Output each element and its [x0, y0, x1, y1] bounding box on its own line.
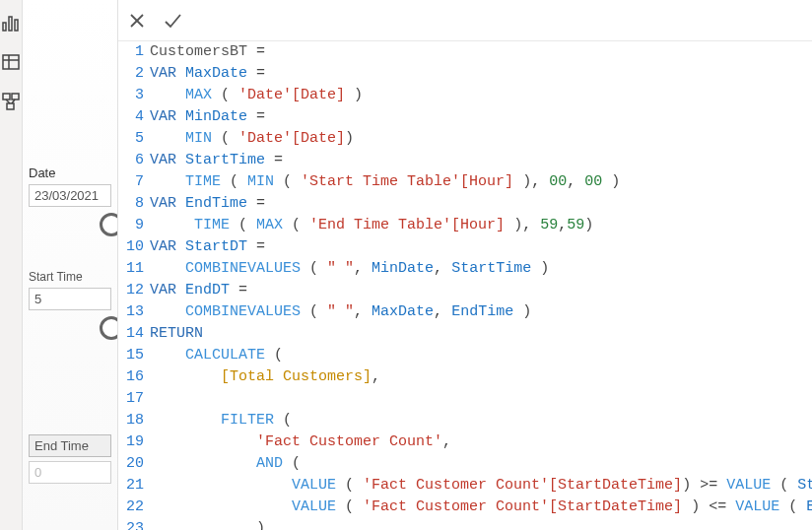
code-line[interactable]: VALUE ( 'Fact Customer Count'[StartDateT… [150, 475, 812, 497]
line-number: 4 [118, 106, 144, 128]
end-time-input[interactable]: 0 [29, 461, 111, 484]
start-time-label: Start Time [29, 270, 111, 284]
line-number: 12 [118, 280, 144, 301]
slicer-panel: Date 23/03/2021 Start Time 5 End Time 0 [23, 0, 117, 530]
code-line[interactable] [150, 388, 812, 410]
data-view-icon[interactable] [0, 51, 22, 73]
commit-icon[interactable] [160, 8, 185, 33]
code-line[interactable]: VAR StartTime = [150, 150, 812, 171]
code-line[interactable]: COMBINEVALUES ( " ", MinDate, StartTime … [150, 258, 812, 280]
dax-editor[interactable]: 123456789101112131415161718192021222324 … [118, 41, 812, 530]
code-line[interactable]: VAR MaxDate = [150, 63, 812, 85]
cancel-icon[interactable] [124, 8, 150, 33]
code-line[interactable]: FILTER ( [150, 410, 812, 431]
line-number: 6 [118, 150, 144, 171]
line-gutter: 123456789101112131415161718192021222324 [118, 41, 150, 530]
line-number: 16 [118, 366, 144, 388]
date-slider[interactable] [29, 213, 111, 242]
line-number: 5 [118, 128, 144, 150]
line-number: 13 [118, 301, 144, 323]
line-number: 7 [118, 171, 144, 193]
line-number: 9 [118, 215, 144, 236]
svg-rect-1 [9, 17, 12, 31]
line-number: 22 [118, 497, 144, 518]
code-line[interactable]: COMBINEVALUES ( " ", MaxDate, EndTime ) [150, 301, 812, 323]
line-number: 18 [118, 410, 144, 431]
code-line[interactable]: TIME ( MAX ( 'End Time Table'[Hour] ), 5… [150, 215, 812, 236]
line-number: 20 [118, 453, 144, 475]
code-line[interactable]: CustomersBT = [150, 41, 812, 63]
line-number: 17 [118, 388, 144, 410]
svg-rect-0 [3, 23, 6, 31]
formula-bar: 123456789101112131415161718192021222324 … [117, 0, 812, 530]
code-line[interactable]: VAR StartDT = [150, 236, 812, 258]
svg-rect-8 [7, 103, 14, 109]
code-line[interactable]: VAR EndTime = [150, 193, 812, 215]
model-view-icon[interactable] [0, 91, 22, 112]
line-number: 19 [118, 431, 144, 453]
date-label: Date [29, 166, 111, 180]
code-line[interactable]: [Total Customers], [150, 366, 812, 388]
line-number: 23 [118, 518, 144, 530]
start-time-slider[interactable] [29, 316, 111, 346]
code-body[interactable]: CustomersBT =VAR MaxDate = MAX ( 'Date'[… [150, 41, 812, 530]
line-number: 3 [118, 85, 144, 106]
end-time-label: End Time [29, 434, 111, 457]
code-line[interactable]: VAR MinDate = [150, 106, 812, 128]
code-line[interactable]: MIN ( 'Date'[Date]) [150, 128, 812, 150]
svg-rect-6 [3, 94, 10, 99]
line-number: 15 [118, 345, 144, 366]
svg-rect-3 [3, 55, 19, 69]
code-line[interactable]: CALCULATE ( [150, 345, 812, 366]
line-number: 1 [118, 41, 144, 63]
code-line[interactable]: TIME ( MIN ( 'Start Time Table'[Hour] ),… [150, 171, 812, 193]
code-line[interactable]: VAR EndDT = [150, 280, 812, 301]
svg-rect-2 [15, 20, 18, 31]
start-time-input[interactable]: 5 [29, 288, 111, 310]
line-number: 11 [118, 258, 144, 280]
date-input[interactable]: 23/03/2021 [29, 184, 111, 207]
left-nav [0, 0, 23, 530]
line-number: 10 [118, 236, 144, 258]
report-view-icon[interactable] [0, 12, 22, 33]
code-line[interactable]: 'Fact Customer Count', [150, 431, 812, 453]
code-line[interactable]: RETURN [150, 323, 812, 345]
line-number: 14 [118, 323, 144, 345]
code-line[interactable]: VALUE ( 'Fact Customer Count'[StartDateT… [150, 497, 812, 518]
code-line[interactable]: AND ( [150, 453, 812, 475]
svg-rect-7 [12, 94, 19, 99]
line-number: 2 [118, 63, 144, 85]
line-number: 8 [118, 193, 144, 215]
code-line[interactable]: MAX ( 'Date'[Date] ) [150, 85, 812, 106]
line-number: 21 [118, 475, 144, 497]
code-line[interactable]: ) [150, 518, 812, 530]
